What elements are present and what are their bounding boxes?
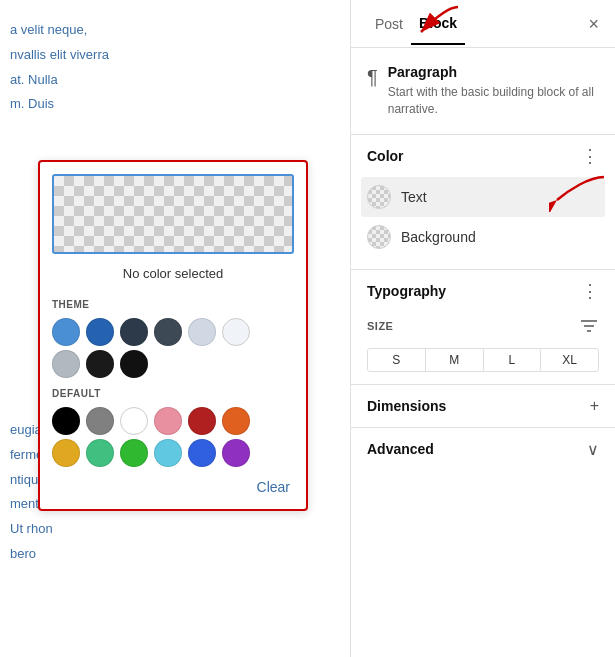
size-buttons: S M L XL [367,348,599,372]
default-swatch-orange[interactable] [222,407,250,435]
color-picker-popup: No color selected THEME DEFAULT [38,160,308,511]
advanced-section[interactable]: Advanced ∨ [351,428,615,471]
default-swatch-purple[interactable] [222,439,250,467]
default-swatch-mint[interactable] [86,439,114,467]
sidebar-tabs: Post Block × [351,0,615,48]
content-text: a velit neque, nvallis elit viverra at. … [10,20,340,165]
size-label: SIZE [367,320,393,332]
default-swatch-white[interactable] [120,407,148,435]
no-color-label: No color selected [52,262,294,289]
background-color-option[interactable]: Background [367,217,599,257]
default-swatch-pink[interactable] [154,407,182,435]
size-l-button[interactable]: L [484,349,542,371]
typography-section: Typography ⋮ SIZE S M L XL [351,270,615,385]
advanced-expand-icon: ∨ [587,440,599,459]
color-menu-button[interactable]: ⋮ [581,147,599,165]
close-button[interactable]: × [588,15,599,33]
theme-swatches [52,318,294,346]
default-swatches-row1 [52,407,294,435]
default-swatch-dark-red[interactable] [188,407,216,435]
theme-swatch-7[interactable] [52,350,80,378]
default-swatch-blue[interactable] [188,439,216,467]
size-buttons-container: S M L XL [351,348,615,384]
text-option-wrapper: Text [367,177,599,217]
theme-label: THEME [52,299,294,310]
block-text: Paragraph Start with the basic building … [388,64,599,118]
default-swatch-gray[interactable] [86,407,114,435]
tab-post[interactable]: Post [367,4,411,44]
color-options: Text Background [351,177,615,269]
theme-swatches-row2 [52,350,294,378]
size-m-button[interactable]: M [426,349,484,371]
color-section: Color ⋮ Text [351,135,615,270]
dimensions-section[interactable]: Dimensions + [351,385,615,428]
block-description: Start with the basic building block of a… [388,84,599,118]
advanced-title: Advanced [367,441,434,457]
background-color-circle [367,225,391,249]
theme-swatch-4[interactable] [154,318,182,346]
sidebar: Post Block × ¶ Paragraph Start with the … [350,0,615,657]
default-label: DEFAULT [52,388,294,399]
filter-icon [579,316,599,336]
dimensions-expand-icon: + [590,397,599,415]
theme-swatch-9[interactable] [120,350,148,378]
theme-swatch-3[interactable] [120,318,148,346]
default-swatch-yellow[interactable] [52,439,80,467]
block-title: Paragraph [388,64,599,80]
typography-menu-button[interactable]: ⋮ [581,282,599,300]
color-section-title: Color [367,148,404,164]
typography-title: Typography [367,283,446,299]
color-preview-box[interactable] [52,174,294,254]
typography-header: Typography ⋮ [351,270,615,312]
color-section-header: Color ⋮ [351,135,615,177]
theme-swatch-8[interactable] [86,350,114,378]
background-color-label: Background [401,229,476,245]
content-area: a velit neque, nvallis elit viverra at. … [0,0,350,657]
text-color-circle [367,185,391,209]
dimensions-title: Dimensions [367,398,446,414]
default-swatch-black[interactable] [52,407,80,435]
tab-block[interactable]: Block [411,3,465,45]
block-info: ¶ Paragraph Start with the basic buildin… [351,48,615,135]
size-row: SIZE [351,312,615,348]
theme-swatch-6[interactable] [222,318,250,346]
theme-swatch-2[interactable] [86,318,114,346]
text-color-label: Text [401,189,427,205]
default-swatch-light-blue[interactable] [154,439,182,467]
theme-swatch-1[interactable] [52,318,80,346]
clear-button[interactable]: Clear [253,477,294,497]
default-swatch-green[interactable] [120,439,148,467]
theme-swatch-5[interactable] [188,318,216,346]
paragraph-icon: ¶ [367,66,378,89]
size-s-button[interactable]: S [368,349,426,371]
text-color-option[interactable]: Text [361,177,605,217]
default-swatches-row2 [52,439,294,467]
size-xl-button[interactable]: XL [541,349,598,371]
